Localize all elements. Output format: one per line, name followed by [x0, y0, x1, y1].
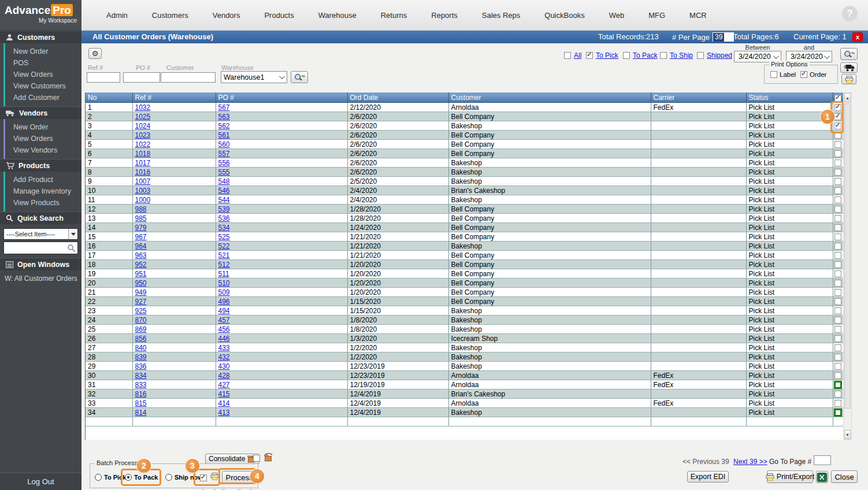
cell-po-link[interactable]: 496 [218, 298, 230, 306]
checkbox[interactable] [697, 52, 704, 59]
goto-page-input[interactable] [814, 455, 831, 465]
nav-item-mfg[interactable]: MFG [636, 11, 677, 20]
export-edi-button[interactable]: Export EDI [687, 471, 729, 482]
quick-search-input[interactable] [3, 242, 78, 254]
row-checkbox[interactable] [834, 252, 841, 259]
row-checkbox[interactable] [834, 344, 841, 351]
row-checkbox[interactable] [834, 400, 841, 407]
checkbox[interactable] [564, 52, 571, 59]
cell-select[interactable] [833, 306, 843, 315]
batch-radio-ship-now[interactable]: Ship now [165, 474, 203, 481]
column-header-carrier[interactable]: Carrier [651, 93, 746, 103]
cell-po-link[interactable]: 525 [218, 233, 230, 241]
cell-ref-link[interactable]: 1003 [135, 187, 151, 195]
cell-po-link[interactable]: 567 [218, 103, 230, 112]
cell-po-link[interactable]: 415 [218, 390, 230, 398]
excel-export-button[interactable] [816, 471, 828, 483]
cell-select[interactable] [833, 242, 843, 251]
cell-po-link[interactable]: 546 [218, 187, 230, 195]
row-checkbox[interactable] [834, 224, 841, 231]
cell-select[interactable] [833, 279, 843, 288]
row-checkbox[interactable] [834, 280, 841, 287]
cell-po-link[interactable]: 557 [218, 150, 230, 158]
column-header-status[interactable]: Status [746, 93, 833, 103]
row-checkbox[interactable] [834, 113, 841, 120]
cell-select[interactable] [833, 251, 843, 260]
nav-item-mcr[interactable]: MCR [677, 11, 719, 20]
row-checkbox[interactable] [834, 261, 841, 268]
select-dropdown-button[interactable] [68, 229, 77, 239]
sidebar-item-customers-add-customer[interactable]: Add Customer [5, 92, 81, 103]
cell-po-link[interactable]: 544 [218, 196, 230, 204]
row-checkbox[interactable] [834, 289, 841, 296]
cell-select[interactable] [833, 315, 843, 325]
cell-po-link[interactable]: 430 [218, 362, 230, 370]
column-header-select-all[interactable] [833, 93, 843, 103]
column-header-no[interactable]: No [86, 93, 132, 103]
cell-po-link[interactable]: 509 [218, 288, 230, 296]
cell-select[interactable] [833, 362, 843, 371]
row-checkbox[interactable] [834, 270, 841, 277]
row-checkbox[interactable] [834, 141, 841, 148]
nav-item-products[interactable]: Products [252, 11, 306, 20]
order-checkbox[interactable]: Order [800, 71, 826, 78]
cell-po-link[interactable]: 521 [218, 251, 230, 259]
cell-po-link[interactable]: 534 [218, 224, 230, 232]
cell-select[interactable] [833, 149, 843, 158]
cell-ref-link[interactable]: 836 [135, 362, 147, 370]
select-all-checkbox[interactable] [834, 95, 841, 102]
row-checkbox[interactable] [834, 122, 841, 129]
settings-button[interactable]: ⚙ [88, 48, 102, 59]
cell-select[interactable] [833, 408, 843, 417]
sidebar-section-customers[interactable]: Customers [0, 31, 81, 43]
row-checkbox[interactable] [834, 381, 842, 389]
cell-select[interactable] [833, 399, 843, 408]
row-checkbox[interactable] [834, 196, 841, 203]
row-checkbox[interactable] [834, 159, 841, 166]
cell-ref-link[interactable]: 1007 [135, 177, 151, 185]
nav-item-warehouse[interactable]: Warehouse [306, 11, 369, 20]
status-filter-label[interactable]: All [574, 51, 581, 60]
cell-ref-link[interactable]: 1024 [135, 122, 151, 130]
nav-item-web[interactable]: Web [597, 11, 637, 20]
cell-ref-link[interactable]: 1018 [135, 150, 151, 158]
print-button[interactable] [841, 74, 856, 84]
cell-select[interactable] [833, 269, 843, 279]
radio-button[interactable] [95, 474, 102, 481]
column-header-ord-date[interactable]: Ord Date [347, 93, 448, 103]
cell-ref-link[interactable]: 985 [135, 214, 147, 222]
cell-po-link[interactable]: 563 [218, 113, 230, 121]
consolidate-button[interactable]: Consolidate [205, 454, 259, 464]
sidebar-item-vendors-view-orders[interactable]: View Orders [5, 133, 81, 144]
cell-select[interactable] [833, 325, 843, 334]
help-button[interactable]: ? [842, 6, 858, 21]
cell-ref-link[interactable]: 839 [135, 353, 147, 361]
cell-po-link[interactable]: 539 [218, 205, 230, 213]
row-checkbox[interactable] [834, 391, 841, 398]
cell-po-link[interactable]: 428 [218, 372, 230, 380]
row-checkbox[interactable] [834, 104, 841, 111]
cell-ref-link[interactable]: 951 [135, 270, 147, 278]
cell-select[interactable] [833, 195, 843, 205]
cell-ref-link[interactable]: 1025 [135, 113, 151, 121]
cell-ref-link[interactable]: 856 [135, 335, 147, 343]
customer-filter-input[interactable] [161, 72, 216, 83]
cell-ref-link[interactable]: 979 [135, 224, 147, 232]
cell-select[interactable] [833, 121, 843, 131]
cell-po-link[interactable]: 457 [218, 316, 230, 324]
column-header-ref[interactable]: Ref # [132, 93, 216, 103]
sidebar-section-products[interactable]: Products [0, 159, 81, 172]
cell-ref-link[interactable]: 1000 [135, 196, 151, 204]
row-checkbox[interactable] [834, 178, 841, 185]
sidebar-item-products-view-products[interactable]: View Products [5, 197, 81, 209]
checkbox[interactable] [770, 71, 777, 78]
status-filter-to-pick[interactable]: To Pick [586, 51, 618, 60]
cell-select[interactable] [833, 177, 843, 186]
cell-po-link[interactable]: 548 [218, 177, 230, 185]
status-filter-label[interactable]: Shipped [707, 51, 732, 60]
sidebar-item-customers-view-customers[interactable]: View Customers [5, 80, 81, 92]
cell-ref-link[interactable]: 815 [135, 399, 147, 407]
cell-ref-link[interactable]: 1032 [135, 103, 151, 112]
filter-search-button[interactable] [291, 71, 308, 83]
cell-ref-link[interactable]: 927 [135, 298, 147, 306]
